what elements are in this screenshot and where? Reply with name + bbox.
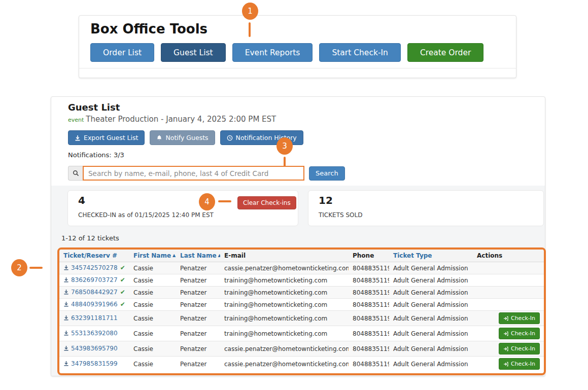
header-first-name-label: First Name bbox=[133, 252, 171, 259]
guest-list-actions: Export Guest List Notify Guests Notifica… bbox=[68, 130, 303, 145]
ticket-download-icon[interactable] bbox=[63, 277, 69, 284]
header-last-name[interactable]: Last Name▲ bbox=[176, 250, 220, 262]
clear-check-ins-button[interactable]: Clear Check-ins bbox=[237, 196, 296, 209]
checked-in-value: 4 bbox=[78, 194, 85, 206]
toolbar-buttons: Order List Guest List Event Reports Star… bbox=[90, 43, 483, 62]
cell-actions: Check-In bbox=[473, 357, 544, 372]
checked-in-icon: ✔ bbox=[120, 289, 125, 296]
notify-guests-button[interactable]: Notify Guests bbox=[150, 130, 215, 145]
cell-first-name: Cassie bbox=[129, 326, 176, 341]
export-guest-list-button[interactable]: Export Guest List bbox=[68, 130, 145, 145]
event-subtitle: eventTheater Production - January 4, 202… bbox=[68, 115, 276, 124]
ticket-download-icon[interactable] bbox=[63, 361, 69, 368]
check-in-button[interactable]: Check-In bbox=[499, 328, 540, 339]
header-ticket[interactable]: Ticket/Reserv # bbox=[59, 250, 129, 262]
order-list-button[interactable]: Order List bbox=[90, 43, 154, 62]
cell-email: training@hometownticketing.com bbox=[220, 287, 349, 299]
search-input[interactable] bbox=[83, 166, 304, 181]
cell-first-name: Cassie bbox=[129, 274, 176, 287]
cell-phone: 8048835119 bbox=[349, 299, 389, 311]
cell-phone: 8048835119 bbox=[349, 357, 389, 372]
annotation-badge-4: 4 bbox=[199, 193, 215, 210]
cell-ticket-type: Adult General Admission bbox=[389, 311, 473, 326]
notifications-count: Notifications: 3/3 bbox=[68, 151, 124, 159]
checked-in-icon: ✔ bbox=[120, 276, 125, 283]
ticket-number-link[interactable]: 553136392080 bbox=[71, 330, 118, 337]
cell-ticket-type: Adult General Admission bbox=[389, 274, 473, 287]
annotation-badge-3: 3 bbox=[276, 137, 293, 155]
ticket-download-icon[interactable] bbox=[63, 301, 69, 308]
cell-phone: 8048835119 bbox=[349, 341, 389, 357]
table-row: 553136392080 Cassie Penatzer training@ho… bbox=[59, 326, 544, 341]
sign-in-icon bbox=[503, 331, 508, 336]
check-in-button[interactable]: Check-In bbox=[499, 358, 540, 370]
sort-asc-icon: ▲ bbox=[218, 253, 220, 258]
cell-actions bbox=[473, 299, 544, 311]
search-addon bbox=[68, 166, 83, 181]
cell-last-name: Penatzer bbox=[176, 357, 220, 372]
cell-last-name: Penatzer bbox=[176, 326, 220, 341]
cell-first-name: Cassie bbox=[129, 299, 176, 311]
create-order-button[interactable]: Create Order bbox=[407, 43, 483, 62]
sign-in-icon bbox=[503, 362, 508, 367]
cell-last-name: Penatzer bbox=[176, 287, 220, 299]
ticket-download-icon[interactable] bbox=[63, 345, 69, 352]
guest-list-panel: Guest List eventTheater Production - Jan… bbox=[51, 96, 545, 376]
check-in-button[interactable]: Check-In bbox=[499, 312, 540, 324]
ticket-number-link[interactable]: 836269703727 bbox=[71, 276, 118, 283]
guest-list-button[interactable]: Guest List bbox=[161, 43, 226, 62]
cell-first-name: Cassie bbox=[129, 341, 176, 357]
cell-ticket-type: Adult General Admission bbox=[389, 341, 473, 357]
box-office-tools-card: Box Office Tools Order List Guest List E… bbox=[79, 15, 516, 78]
event-name: Theater Production - January 4, 2025 2:0… bbox=[86, 115, 276, 124]
ticket-download-icon[interactable] bbox=[63, 289, 69, 296]
header-ticket-type[interactable]: Ticket Type bbox=[389, 250, 473, 262]
event-reports-button[interactable]: Event Reports bbox=[232, 43, 313, 62]
annotation-line-4 bbox=[218, 200, 231, 202]
cell-last-name: Penatzer bbox=[176, 274, 220, 287]
cell-email: training@hometownticketing.com bbox=[220, 311, 349, 326]
check-in-button[interactable]: Check-In bbox=[499, 343, 540, 354]
tickets-sold-label: TICKETS SOLD bbox=[319, 211, 362, 219]
download-icon bbox=[75, 135, 81, 141]
cell-last-name: Penatzer bbox=[176, 311, 220, 326]
ticket-number-link[interactable]: 632391181711 bbox=[71, 314, 118, 322]
cell-email: cassie.penatzer@hometownticketing.com bbox=[220, 262, 349, 274]
header-phone: Phone bbox=[349, 250, 389, 262]
search-icon bbox=[73, 170, 79, 176]
table-row: 768508442927✔ Cassie Penatzer training@h… bbox=[59, 287, 544, 299]
cell-email: cassie.penatzer@hometownticketing.com bbox=[220, 357, 349, 372]
ticket-number-link[interactable]: 345742570278 bbox=[71, 264, 118, 271]
cell-phone: 8048835119 bbox=[349, 274, 389, 287]
ticket-download-icon[interactable] bbox=[63, 265, 69, 272]
cell-first-name: Cassie bbox=[129, 287, 176, 299]
ticket-download-icon[interactable] bbox=[63, 315, 69, 322]
notify-guests-label: Notify Guests bbox=[165, 134, 208, 141]
table-row: 543983695790 Cassie Penatzer cassie.pena… bbox=[59, 341, 544, 357]
cell-phone: 8048835119 bbox=[349, 262, 389, 274]
cell-first-name: Cassie bbox=[129, 262, 176, 274]
cell-ticket-type: Adult General Admission bbox=[389, 287, 473, 299]
bell-icon bbox=[156, 135, 162, 141]
header-first-name[interactable]: First Name▲ bbox=[129, 250, 176, 262]
ticket-download-icon[interactable] bbox=[63, 330, 69, 337]
ticket-number-link[interactable]: 347985831599 bbox=[71, 360, 118, 367]
cell-phone: 8048835119 bbox=[349, 326, 389, 341]
start-check-in-button[interactable]: Start Check-In bbox=[319, 43, 400, 62]
table-row: 836269703727✔ Cassie Penatzer training@h… bbox=[59, 274, 544, 287]
sort-asc-icon: ▲ bbox=[172, 253, 176, 258]
header-actions: Actions bbox=[473, 250, 544, 262]
table-row: 347985831599 Cassie Penatzer cassie.pena… bbox=[59, 357, 544, 372]
cell-first-name: Cassie bbox=[129, 357, 176, 372]
box-office-tools-title: Box Office Tools bbox=[90, 21, 207, 37]
cell-email: training@hometownticketing.com bbox=[220, 326, 349, 341]
table-row: 632391181711 Cassie Penatzer training@ho… bbox=[59, 311, 544, 326]
cell-ticket-type: Adult General Admission bbox=[389, 262, 473, 274]
ticket-number-link[interactable]: 488409391966 bbox=[71, 301, 118, 308]
sign-in-icon bbox=[503, 316, 508, 321]
search-button[interactable]: Search bbox=[309, 166, 345, 181]
cell-actions bbox=[473, 274, 544, 287]
ticket-number-link[interactable]: 543983695790 bbox=[71, 345, 118, 352]
cell-actions bbox=[473, 287, 544, 299]
ticket-number-link[interactable]: 768508442927 bbox=[71, 289, 118, 296]
